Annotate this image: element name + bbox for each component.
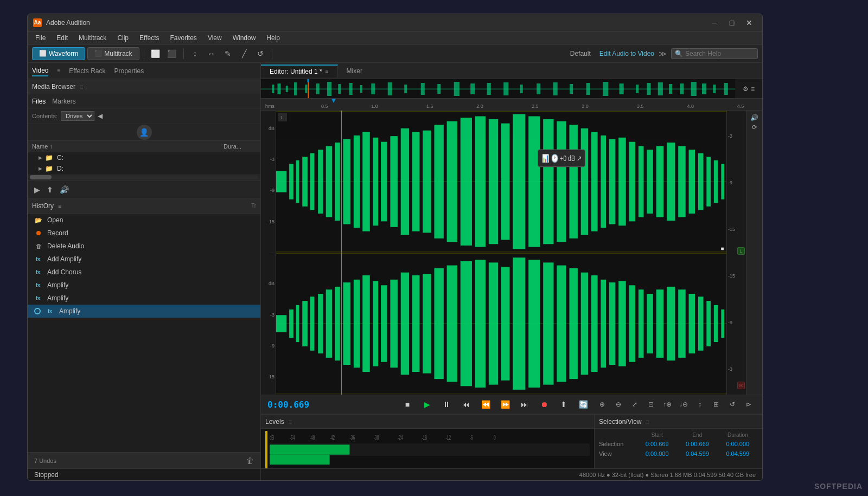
menu-file[interactable]: File xyxy=(30,33,51,43)
svg-text:-48: -48 xyxy=(310,435,315,441)
toolbar-btn-6[interactable]: ╱ xyxy=(237,47,251,61)
level-btn-2[interactable]: ⟳ xyxy=(752,124,757,131)
history-open[interactable]: 📂 Open xyxy=(28,214,260,227)
zoom-out-time[interactable]: ⊖ xyxy=(611,397,626,411)
zoom-amp-fit[interactable]: ↕ xyxy=(693,397,707,411)
stop-btn[interactable]: ■ xyxy=(400,397,415,412)
svg-rect-113 xyxy=(447,266,457,382)
editor-tab-untitled[interactable]: Editor: Untitled 1 * ≡ xyxy=(261,65,338,78)
contents-select[interactable]: Drives xyxy=(61,111,94,121)
level-btn-1[interactable]: 🔊 xyxy=(750,114,758,121)
media-browser-menu-icon[interactable]: ≡ xyxy=(80,83,83,90)
metronome[interactable]: ↺ xyxy=(725,397,739,411)
sub-tab-markers[interactable]: Markers xyxy=(52,98,75,105)
waveform-bottom-svg xyxy=(276,253,726,395)
close-button[interactable]: ✕ xyxy=(742,17,757,29)
import-btn[interactable]: ⬆ xyxy=(47,185,53,194)
history-amplify-1[interactable]: fx Amplify xyxy=(28,279,260,292)
history-expand-icon[interactable]: Tr xyxy=(251,203,256,209)
play-preview-btn[interactable]: ▶ xyxy=(34,185,40,194)
svg-rect-25 xyxy=(586,83,590,95)
menu-edit[interactable]: Edit xyxy=(51,33,73,43)
menu-favorites[interactable]: Favorites xyxy=(165,33,202,43)
loop-btn[interactable]: 🔄 xyxy=(576,397,591,412)
toolbar-btn-5[interactable]: ✎ xyxy=(221,47,235,61)
selection-label: Selection xyxy=(599,441,637,447)
svg-rect-98 xyxy=(302,301,308,346)
fx-icon-1: fx xyxy=(34,255,43,263)
more-options[interactable]: ⊳ xyxy=(742,397,756,411)
rewind-to-start-btn[interactable]: ⏮ xyxy=(458,397,474,412)
multitrack-tab[interactable]: ⬛ Multitrack xyxy=(87,47,139,60)
svg-rect-1 xyxy=(261,88,735,90)
toolbar-overflow[interactable]: ≫ xyxy=(659,49,667,58)
step-back-btn[interactable]: ⏪ xyxy=(478,397,493,412)
tree-item-d[interactable]: ▶ 📁 D: xyxy=(28,163,260,174)
history-add-chorus[interactable]: fx Add Chorus xyxy=(28,266,260,279)
menu-view[interactable]: View xyxy=(202,33,227,43)
toolbar-separator-3 xyxy=(272,48,272,59)
browser-user-area: 👤 xyxy=(28,124,260,141)
menu-help[interactable]: Help xyxy=(261,33,285,43)
scroll-thumb xyxy=(30,175,52,179)
right-area: Editor: Untitled 1 * ≡ Mixer xyxy=(261,63,762,480)
view-start-val: 0:00.000 xyxy=(637,450,677,457)
history-add-amplify[interactable]: fx Add Amplify xyxy=(28,253,260,266)
video-menu-icon[interactable]: ≡ xyxy=(57,68,60,74)
zoom-full[interactable]: ⊞ xyxy=(709,397,723,411)
tab-video[interactable]: Video xyxy=(32,66,48,76)
svg-rect-64 xyxy=(461,118,472,246)
nav-arrow-left[interactable]: ◀ xyxy=(98,112,103,120)
menu-effects[interactable]: Effects xyxy=(134,33,164,43)
history-delete-audio[interactable]: 🗑 Delete Audio xyxy=(28,240,260,253)
history-menu-icon[interactable]: ≡ xyxy=(58,203,61,209)
horizontal-scrollbar[interactable] xyxy=(30,175,258,179)
menu-window[interactable]: Window xyxy=(227,33,261,43)
svg-rect-33 xyxy=(691,82,697,96)
zoom-in-time[interactable]: ⊕ xyxy=(595,397,609,411)
export-btn[interactable]: ⬆ xyxy=(556,397,571,412)
waveform-tab[interactable]: ⬜ Waveform xyxy=(32,47,85,60)
toolbar-btn-1[interactable]: ⬜ xyxy=(149,47,163,61)
overview-btn-2[interactable]: ≡ xyxy=(751,85,755,93)
step-forward-btn[interactable]: ⏩ xyxy=(497,397,513,412)
sub-tab-files[interactable]: Files xyxy=(32,98,46,105)
history-amplify-3[interactable]: fx Amplify xyxy=(28,305,260,318)
maximize-button[interactable]: □ xyxy=(724,17,739,29)
col-duration-header: Duration xyxy=(718,432,758,438)
clear-history-btn[interactable]: 🗑 xyxy=(246,456,254,465)
svg-rect-86 xyxy=(706,157,711,207)
col-name: Name ↑ xyxy=(32,143,224,150)
fast-forward-btn[interactable]: ⏭ xyxy=(517,397,532,412)
toolbar-btn-3[interactable]: ↕ xyxy=(188,47,202,61)
selection-title: Selection/View xyxy=(599,418,642,426)
toolbar-btn-2[interactable]: ⬛ xyxy=(165,47,179,61)
menu-multitrack[interactable]: Multitrack xyxy=(73,33,112,43)
svg-rect-2 xyxy=(272,85,274,93)
editor-tab-menu[interactable]: ≡ xyxy=(326,68,329,74)
record-btn[interactable]: ⏺ xyxy=(537,397,552,412)
svg-text:dB: dB xyxy=(270,435,274,441)
edit-audio-to-video[interactable]: Edit Audio to Video xyxy=(599,50,654,57)
zoom-select[interactable]: ⊡ xyxy=(644,397,658,411)
tree-item-c[interactable]: ▶ 📁 C: xyxy=(28,152,260,163)
play-btn[interactable]: ▶ xyxy=(419,397,435,412)
tab-properties[interactable]: Properties xyxy=(114,66,144,76)
minimize-button[interactable]: ─ xyxy=(707,17,722,29)
zoom-amp-out[interactable]: ↓⊖ xyxy=(676,397,691,411)
history-amplify-2[interactable]: fx Amplify xyxy=(28,292,260,305)
mixer-tab[interactable]: Mixer xyxy=(338,65,371,77)
levels-menu-icon[interactable]: ≡ xyxy=(289,418,292,425)
toolbar-btn-4[interactable]: ↔ xyxy=(205,47,219,61)
pause-btn[interactable]: ⏸ xyxy=(439,397,454,412)
search-input[interactable] xyxy=(685,50,750,57)
overview-btn-1[interactable]: ⚙ xyxy=(743,85,749,93)
zoom-fit[interactable]: ⤢ xyxy=(628,397,642,411)
selection-menu-icon[interactable]: ≡ xyxy=(646,418,649,425)
toolbar-btn-7[interactable]: ↺ xyxy=(253,47,267,61)
menu-clip[interactable]: Clip xyxy=(112,33,134,43)
tab-effects-rack[interactable]: Effects Rack xyxy=(69,66,105,76)
volume-btn[interactable]: 🔊 xyxy=(60,185,69,194)
zoom-amp-in[interactable]: ↑⊕ xyxy=(660,397,674,411)
history-record[interactable]: Record xyxy=(28,227,260,240)
